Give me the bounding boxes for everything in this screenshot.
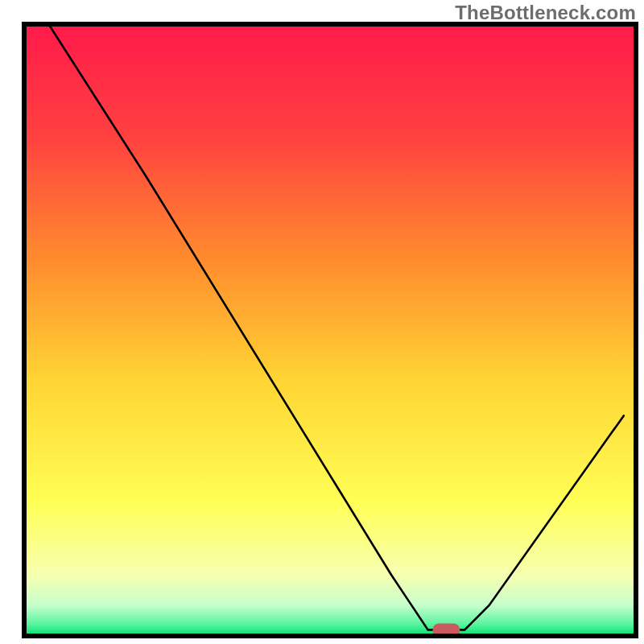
- gradient-background: [24, 24, 636, 636]
- bottleneck-chart: TheBottleneck.com: [0, 0, 644, 644]
- chart-svg: [0, 0, 644, 644]
- watermark-label: TheBottleneck.com: [455, 2, 636, 24]
